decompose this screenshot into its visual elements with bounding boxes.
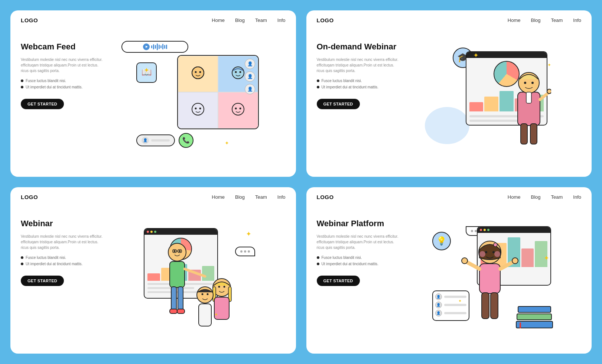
nav-info-4[interactable]: Info — [573, 194, 581, 200]
nav-info-1[interactable]: Info — [277, 17, 286, 23]
nav-info-3[interactable]: Info — [277, 194, 286, 200]
svg-point-22 — [168, 243, 186, 261]
nav-links-webcam: Home Blog Team Info — [212, 17, 285, 23]
user-avatar-p2: 👤 — [435, 302, 442, 308]
nav-team-2[interactable]: Team — [551, 17, 563, 23]
nav-blog-3[interactable]: Blog — [235, 194, 245, 200]
bullet-dot — [21, 263, 23, 265]
nav-team-3[interactable]: Team — [255, 194, 267, 200]
svg-point-37 — [218, 286, 220, 287]
lightbulb-bubble: 💡 — [432, 232, 451, 250]
bullet-dot — [21, 256, 23, 259]
webinar3-people — [133, 232, 251, 328]
svg-rect-31 — [178, 287, 183, 311]
svg-point-8 — [195, 107, 197, 109]
sidebar-avatars: 👤 👤 👤 — [245, 59, 255, 94]
nav-home-3[interactable]: Home — [212, 194, 225, 200]
nav-info-2[interactable]: Info — [573, 17, 581, 23]
face-avatar-4 — [229, 101, 247, 120]
book-3 — [516, 321, 553, 328]
card-bullets-webcam: Fusce luctus blandit nisi. Ut imperdiet … — [21, 79, 106, 91]
nav-home-2[interactable]: Home — [508, 17, 521, 23]
card-webcam-feed: LOGO Home Blog Team Info Webcam Feed Ves… — [10, 10, 296, 177]
webinar3-container: ✦ ✦ — [133, 224, 259, 328]
nav-team-1[interactable]: Team — [255, 17, 267, 23]
platform-container: 💡 👤 👤 👤 — [429, 224, 555, 328]
card-text-webinar3: Webinar Vestibulum molestie nisl nec nun… — [21, 208, 106, 345]
bar-2 — [484, 97, 498, 111]
cta-platform[interactable]: GET STARTED — [317, 276, 360, 286]
card-desc-webcam: Vestibulum molestie nisl nec nunc viverr… — [21, 57, 106, 74]
bullet-p-1: Fusce luctus blandit nisi. — [317, 256, 402, 260]
user-avatar-p3: 👤 — [435, 310, 442, 316]
wave-bar — [157, 43, 158, 50]
svg-rect-21 — [526, 92, 531, 103]
phone-bubble: 📞 — [179, 133, 193, 148]
nav-blog-4[interactable]: Blog — [531, 194, 540, 200]
svg-point-24 — [179, 250, 181, 252]
bullet-1: Fusce luctus blandit nisi. — [21, 79, 106, 83]
cta-webinar3[interactable]: GET STARTED — [21, 276, 64, 286]
svg-line-29 — [185, 269, 205, 276]
card-desc-webinar3: Vestibulum molestie nisl nec nunc viverr… — [21, 234, 106, 250]
sparkle-p-1: ✦ — [544, 254, 549, 262]
svg-point-38 — [224, 286, 225, 287]
svg-point-2 — [195, 71, 197, 73]
svg-point-46 — [494, 251, 500, 257]
svg-point-23 — [174, 250, 176, 252]
illustration-webinar2: 🎓 — [402, 31, 582, 168]
user-avatar-p1: 👤 — [435, 293, 442, 300]
wave-bar — [164, 45, 165, 49]
wave-bar — [162, 44, 163, 49]
nav-team-4[interactable]: Team — [551, 194, 563, 200]
card-bullets-webinar3: Fusce luctus blandit nisi. Ut imperdiet … — [21, 256, 106, 268]
nav-home-1[interactable]: Home — [212, 17, 225, 23]
svg-point-7 — [192, 103, 204, 115]
bullet-2: Ut imperdiet dui at tincidunt mattis. — [21, 85, 106, 89]
bullet-w2-2: Ut imperdiet dui at tincidunt mattis. — [317, 85, 402, 89]
card-title-webinar3: Webinar — [21, 219, 106, 228]
bookmark — [520, 322, 521, 328]
svg-rect-28 — [170, 261, 185, 287]
svg-point-5 — [235, 71, 237, 73]
svg-point-41 — [202, 293, 204, 295]
nav-webinar2: LOGO Home Blog Team Info — [306, 10, 592, 23]
cta-webinar2[interactable]: GET STARTED — [317, 99, 360, 109]
webcam-cell-3 — [178, 92, 218, 129]
logo-webcam: LOGO — [21, 17, 38, 23]
svg-point-49 — [494, 243, 497, 247]
wave-bar — [155, 45, 156, 49]
card-webinar3: LOGO Home Blog Team Info Webinar Vestibu… — [10, 187, 296, 354]
card-title-platform: Webinar Platform — [317, 219, 402, 228]
bullet-w3-2: Ut imperdiet dui at tincidunt mattis. — [21, 262, 106, 266]
nav-blog-1[interactable]: Blog — [235, 17, 245, 23]
bullet-w3-1: Fusce luctus blandit nisi. — [21, 256, 106, 260]
logo-webinar2: LOGO — [317, 17, 334, 23]
cta-webcam[interactable]: GET STARTED — [21, 99, 64, 109]
svg-point-45 — [479, 251, 485, 257]
wave-bar — [153, 44, 154, 49]
play-button[interactable] — [143, 43, 150, 50]
sparkle-icon: ✦ — [144, 66, 149, 74]
avatar-small-2: 👤 — [245, 71, 255, 82]
svg-point-47 — [485, 251, 487, 253]
pbar-4 — [521, 248, 534, 267]
nav-blog-2[interactable]: Blog — [531, 17, 540, 23]
card-title-webinar2: On-demand Webinar — [317, 42, 402, 52]
wave-bar — [166, 45, 167, 49]
illustration-webcam: 📖 — [106, 31, 286, 168]
wave-bar — [160, 45, 162, 48]
nav-links-webinar2: Home Blog Team Info — [508, 17, 581, 23]
svg-point-9 — [199, 107, 201, 109]
card-on-demand-webinar: LOGO Home Blog Team Info On-demand Webin… — [306, 10, 592, 177]
avatar-small-3: 👤 — [245, 84, 255, 94]
card-bullets-platform: Fusce luctus blandit nisi. Ut imperdiet … — [317, 256, 402, 268]
bullet-dot — [317, 256, 319, 259]
svg-line-51 — [466, 261, 479, 269]
svg-point-16 — [531, 82, 534, 84]
svg-rect-30 — [171, 287, 176, 311]
card-desc-platform: Vestibulum molestie nisl nec nunc viverr… — [317, 234, 402, 250]
nav-home-4[interactable]: Home — [508, 194, 521, 200]
platform-person — [460, 232, 520, 328]
username-line — [151, 139, 170, 142]
